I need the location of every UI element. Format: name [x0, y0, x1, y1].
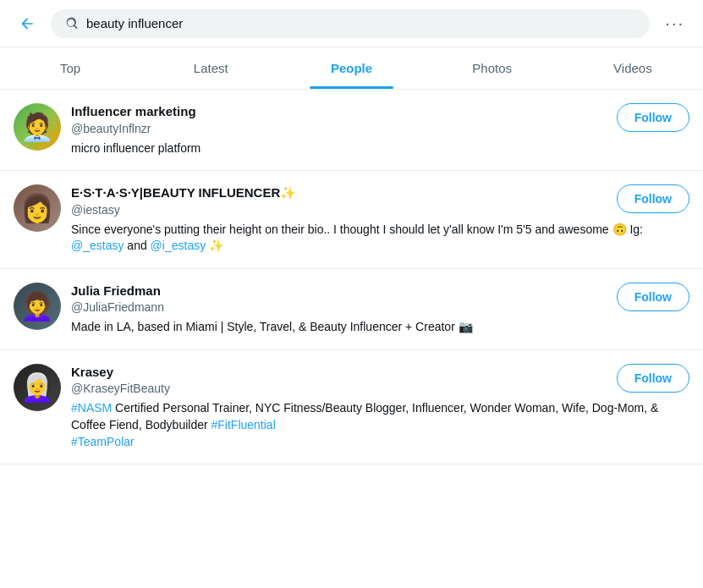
search-header: beauty influencer ··· [0, 0, 703, 47]
user-name-section: E·S·T·A·S·Y|BEAUTY INFLUENCER✨ @iestasy [71, 184, 610, 217]
avatar: 🧑‍💼 [14, 103, 61, 151]
bio-link[interactable]: @_estasy [71, 239, 124, 252]
people-list: 🧑‍💼 Influencer marketing @beautyInflnzr … [0, 90, 703, 464]
user-bio: #NASM Certified Personal Trainer, NYC Fi… [71, 400, 689, 450]
user-header: E·S·T·A·S·Y|BEAUTY INFLUENCER✨ @iestasy … [71, 184, 689, 217]
tab-photos[interactable]: Photos [422, 47, 563, 89]
bio-link[interactable]: @i_estasy [151, 239, 206, 252]
user-handle: @JuliaFriedmann [71, 300, 610, 314]
user-item: 👩 E·S·T·A·S·Y|BEAUTY INFLUENCER✨ @iestas… [0, 171, 703, 269]
user-handle: @KraseyFitBeauty [71, 382, 610, 395]
user-content: Krasey @KraseyFitBeauty Follow #NASM Cer… [71, 364, 689, 450]
user-name: Influencer marketing [71, 103, 610, 120]
search-input[interactable]: beauty influencer [86, 16, 636, 30]
user-bio: Since everyone's putting their height on… [71, 222, 689, 255]
user-name-section: Julia Friedman @JuliaFriedmann [71, 283, 610, 315]
user-name: Krasey [71, 364, 610, 381]
search-bar[interactable]: beauty influencer [51, 9, 650, 38]
tab-top[interactable]: Top [0, 47, 140, 89]
more-options-button[interactable]: ··· [660, 8, 689, 38]
follow-button[interactable]: Follow [617, 184, 689, 213]
user-name: Julia Friedman [71, 283, 610, 299]
user-bio: micro influencer platform [71, 140, 689, 157]
user-header: Julia Friedman @JuliaFriedmann Follow [71, 283, 689, 315]
avatar: 👩‍🦱 [14, 283, 61, 330]
search-icon [64, 16, 80, 31]
user-header: Influencer marketing @beautyInflnzr Foll… [71, 103, 689, 135]
follow-button[interactable]: Follow [617, 283, 689, 311]
tab-people[interactable]: People [281, 47, 421, 89]
user-handle: @beautyInflnzr [71, 122, 610, 135]
follow-button[interactable]: Follow [617, 103, 689, 132]
user-content: Julia Friedman @JuliaFriedmann Follow Ma… [71, 283, 689, 336]
user-bio: Made in LA, based in Miami | Style, Trav… [71, 319, 689, 336]
user-item: 🧑‍💼 Influencer marketing @beautyInflnzr … [0, 90, 703, 171]
user-item: 👩‍🦳 Krasey @KraseyFitBeauty Follow #NASM… [0, 350, 703, 464]
bio-hashtag[interactable]: #TeamPolar [71, 435, 135, 448]
tab-videos[interactable]: Videos [563, 47, 703, 89]
user-content: Influencer marketing @beautyInflnzr Foll… [71, 103, 689, 157]
avatar: 👩‍🦳 [14, 364, 61, 411]
search-tabs: Top Latest People Photos Videos [0, 47, 703, 90]
avatar: 👩 [14, 184, 61, 232]
back-button[interactable] [14, 10, 41, 37]
bio-hashtag[interactable]: #NASM [71, 401, 112, 415]
follow-button[interactable]: Follow [617, 364, 689, 393]
user-name: E·S·T·A·S·Y|BEAUTY INFLUENCER✨ [71, 184, 610, 201]
user-handle: @iestasy [71, 203, 610, 217]
bio-hashtag[interactable]: #FitFluential [211, 418, 276, 431]
user-item: 👩‍🦱 Julia Friedman @JuliaFriedmann Follo… [0, 269, 703, 350]
user-header: Krasey @KraseyFitBeauty Follow [71, 364, 689, 396]
user-name-section: Krasey @KraseyFitBeauty [71, 364, 610, 396]
user-name-section: Influencer marketing @beautyInflnzr [71, 103, 610, 135]
user-content: E·S·T·A·S·Y|BEAUTY INFLUENCER✨ @iestasy … [71, 184, 689, 255]
tab-latest[interactable]: Latest [140, 47, 281, 89]
